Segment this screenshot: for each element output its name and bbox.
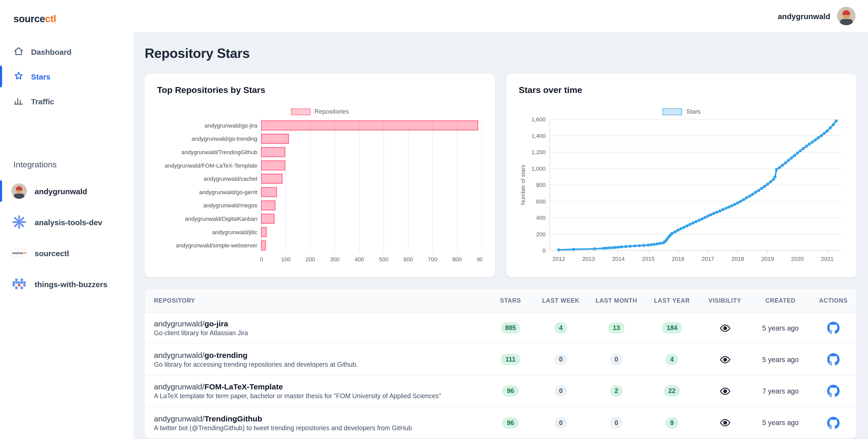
last-year-badge: 184: [662, 322, 682, 334]
svg-text:2020: 2020: [791, 256, 804, 262]
svg-text:2012: 2012: [552, 256, 565, 262]
svg-text:600: 600: [536, 198, 546, 205]
legend-label: Stars: [686, 108, 701, 115]
line-chart: 02004006008001,0001,2001,4001,6002012201…: [519, 116, 844, 263]
app-logo[interactable]: sourcectl: [0, 11, 133, 39]
col-last-month: LAST MONTH: [588, 297, 645, 304]
svg-text:2014: 2014: [612, 256, 625, 262]
svg-text:andygrunwald/cachet: andygrunwald/cachet: [204, 176, 257, 182]
home-icon: [13, 46, 24, 58]
svg-text:2018: 2018: [731, 256, 744, 262]
bar-chart-legend[interactable]: Repositories: [157, 108, 483, 115]
legend-swatch: [291, 108, 310, 115]
repo-link[interactable]: andygrunwald/FOM-LaTeX-Template A LaTeX …: [145, 382, 487, 400]
svg-text:700: 700: [428, 256, 437, 263]
integrations-header: Integrations: [0, 160, 133, 169]
col-created: CREATED: [751, 297, 810, 304]
created-text: 5 years ago: [751, 355, 810, 363]
bar-chart: 0100200300400500600700800900andygrunwald…: [157, 116, 483, 263]
sidebar-item-label: Stars: [31, 72, 51, 81]
svg-text:500: 500: [379, 256, 389, 263]
top-repositories-card: Top Repositories by Stars Repositories 0…: [145, 74, 495, 277]
repo-link[interactable]: andygrunwald/go-jira Go client library f…: [145, 319, 487, 337]
table-row: andygrunwald/go-trending Go library for …: [145, 344, 857, 375]
repo-description: A LaTeX template for term paper, bachelo…: [154, 393, 487, 400]
gear-icon: [11, 214, 27, 230]
svg-text:1,000: 1,000: [531, 165, 546, 172]
col-repository: REPOSITORY: [145, 297, 487, 304]
andygrunwald-avatar: [11, 183, 27, 199]
sidebar-integration-sourcectl[interactable]: sourcectl sourcectl: [0, 238, 133, 269]
visibility-eye-icon: [699, 417, 751, 429]
sidebar-item-traffic[interactable]: Traffic: [0, 89, 133, 114]
last-year-badge: 9: [665, 417, 678, 429]
svg-text:0: 0: [260, 256, 263, 263]
svg-text:800: 800: [452, 256, 462, 263]
sidebar-item-label: Dashboard: [31, 47, 71, 56]
col-last-week: LAST WEEK: [534, 297, 588, 304]
svg-text:andygrunwald/megos: andygrunwald/megos: [203, 202, 257, 209]
repo-description: Go client library for Atlassian Jira: [154, 330, 487, 337]
svg-text:2021: 2021: [821, 256, 834, 262]
repo-description: A twitter bot (@TrendingGithub) to tweet…: [154, 424, 487, 432]
table-row: andygrunwald/go-jira Go client library f…: [145, 312, 857, 344]
svg-text:900: 900: [477, 256, 483, 263]
sidebar-item-dashboard[interactable]: Dashboard: [0, 39, 133, 64]
user-menu[interactable]: andygrunwald: [778, 7, 856, 25]
created-text: 7 years ago: [751, 387, 810, 395]
created-text: 5 years ago: [751, 419, 810, 427]
svg-text:600: 600: [404, 256, 413, 263]
content: Repository Stars Top Repositories by Sta…: [133, 32, 868, 439]
last-week-badge: 0: [554, 385, 567, 397]
star-icon: [13, 70, 24, 83]
card-title: Top Repositories by Stars: [157, 85, 483, 96]
table-row: andygrunwald/FOM-LaTeX-Template A LaTeX …: [145, 375, 857, 407]
svg-text:Number of stars: Number of stars: [520, 165, 526, 205]
sidebar-item-stars[interactable]: Stars: [0, 64, 133, 89]
line-chart-legend[interactable]: Stars: [519, 108, 844, 115]
svg-text:andygrunwald/go-gerrit: andygrunwald/go-gerrit: [199, 189, 257, 195]
logo-text-ctl: ctl: [45, 13, 56, 24]
stars-over-time-card: Stars over time Stars 02004006008001,000…: [506, 74, 857, 277]
last-week-badge: 0: [554, 354, 567, 365]
username: andygrunwald: [778, 11, 830, 21]
sidebar-integration-things-with-buzzers[interactable]: things-with-buzzers: [0, 269, 133, 300]
col-last-year: LAST YEAR: [645, 297, 699, 304]
svg-text:1,200: 1,200: [531, 149, 546, 155]
svg-text:400: 400: [536, 215, 546, 221]
legend-label: Repositories: [314, 108, 349, 115]
github-link-icon[interactable]: [810, 416, 857, 429]
page-title: Repository Stars: [145, 45, 857, 61]
svg-text:2015: 2015: [642, 256, 655, 262]
user-avatar: [837, 7, 856, 25]
charts-row: Top Repositories by Stars Repositories 0…: [145, 74, 857, 277]
repo-description: Go library for accessing trending reposi…: [154, 361, 487, 368]
repo-link[interactable]: andygrunwald/TrendingGithub A twitter bo…: [145, 414, 487, 432]
svg-text:2019: 2019: [761, 256, 774, 262]
svg-text:0: 0: [542, 247, 546, 254]
svg-text:1,400: 1,400: [531, 133, 546, 139]
col-actions: ACTIONS: [810, 297, 857, 304]
github-link-icon[interactable]: [810, 322, 857, 334]
github-link-icon[interactable]: [810, 353, 857, 366]
sidebar: sourcectl Dashboard Stars Traffic Integr…: [0, 0, 133, 439]
last-month-badge: 2: [610, 385, 623, 397]
sidebar-integration-analysis-tools-dev[interactable]: analysis-tools-dev: [0, 207, 133, 238]
integration-label: things-with-buzzers: [35, 280, 107, 288]
stars-badge: 111: [501, 354, 520, 365]
sourcectl-logo-icon: sourcectl: [11, 245, 27, 261]
sidebar-item-label: Traffic: [31, 97, 54, 105]
github-link-icon[interactable]: [810, 385, 857, 397]
sidebar-integration-andygrunwald[interactable]: andygrunwald: [0, 176, 133, 207]
svg-text:andygrunwald/simple-webserver: andygrunwald/simple-webserver: [176, 242, 257, 249]
svg-text:2016: 2016: [672, 256, 684, 262]
integration-label: analysis-tools-dev: [35, 218, 102, 226]
svg-text:200: 200: [536, 231, 546, 238]
stars-badge: 96: [502, 385, 519, 397]
svg-text:100: 100: [281, 256, 291, 263]
visibility-eye-icon: [699, 353, 751, 366]
repo-link[interactable]: andygrunwald/go-trending Go library for …: [145, 351, 487, 368]
stars-badge: 885: [500, 322, 521, 334]
col-stars: STARS: [487, 297, 534, 304]
svg-text:300: 300: [330, 256, 340, 263]
